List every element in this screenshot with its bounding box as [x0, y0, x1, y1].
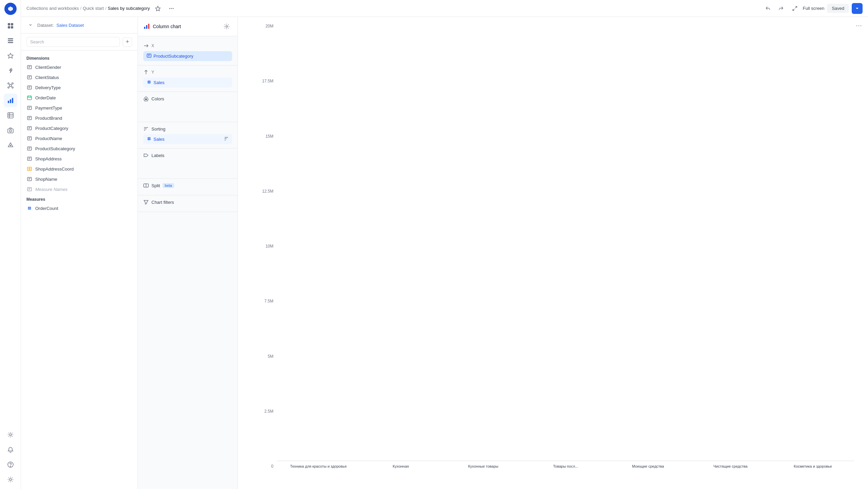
labels-label: Labels: [151, 153, 164, 158]
svg-rect-57: [27, 126, 32, 130]
field-PaymentType[interactable]: PaymentType: [21, 103, 138, 113]
field-OrderCount[interactable]: OrderCount: [21, 203, 138, 213]
y-field-label: Sales: [153, 80, 165, 85]
field-MeasureNames[interactable]: Measure Names: [21, 184, 138, 194]
sorting-field-label: Sales: [153, 137, 165, 142]
more-options-button[interactable]: [166, 3, 177, 14]
field-name: ShopName: [35, 177, 57, 182]
svg-rect-6: [8, 42, 13, 43]
svg-line-14: [11, 84, 12, 85]
field-name: ClientStatus: [35, 75, 59, 80]
svg-rect-17: [8, 101, 9, 103]
chart-bar-icon[interactable]: [4, 94, 17, 107]
saved-button[interactable]: Saved: [827, 4, 849, 13]
chart-type-info: Column chart: [143, 23, 181, 31]
chip-text-icon: [147, 53, 151, 59]
apps-icon[interactable]: [4, 19, 17, 33]
breadcrumb-part1[interactable]: Collections and workbooks: [26, 6, 79, 11]
text-type-icon: [26, 105, 33, 111]
field-ProductCategory[interactable]: ProductCategory: [21, 123, 138, 133]
field-ShopAddress[interactable]: ShopAddress: [21, 154, 138, 164]
svg-rect-63: [27, 147, 32, 150]
bell-icon[interactable]: [4, 443, 17, 456]
field-ClientStatus[interactable]: ClientStatus: [21, 72, 138, 82]
svg-rect-69: [27, 167, 32, 171]
coord-type-icon: [26, 166, 33, 172]
field-ShopAddressCoord[interactable]: ShopAddressCoord: [21, 164, 138, 174]
expand-icon[interactable]: [789, 3, 800, 14]
fields-panel: Dataset: Sales Dataset + Dimensions Clie…: [21, 17, 138, 489]
svg-line-15: [9, 86, 10, 87]
fullscreen-button[interactable]: Full screen: [803, 6, 825, 11]
settings-icon[interactable]: [4, 473, 17, 486]
y-label-10m: 10M: [266, 244, 273, 249]
text-type-icon: [26, 84, 33, 91]
svg-rect-81: [144, 27, 145, 29]
y-axis-section: Y Sales: [138, 65, 237, 92]
text-type-icon: [26, 145, 33, 152]
breadcrumb-part2[interactable]: Quick start: [83, 6, 104, 11]
field-ProductName[interactable]: ProductName: [21, 133, 138, 143]
star-favorite-button[interactable]: [152, 3, 163, 14]
field-name: ProductSubcategory: [35, 146, 75, 151]
help-icon[interactable]: [4, 458, 17, 471]
field-ShopName[interactable]: ShopName: [21, 174, 138, 184]
field-ClientGender[interactable]: ClientGender: [21, 62, 138, 72]
x-label: Техника для красоты и здоровья: [280, 464, 356, 469]
svg-point-70: [29, 168, 30, 170]
bars-grid: [277, 461, 854, 461]
chip-hash-icon: [147, 136, 151, 142]
svg-point-25: [9, 130, 12, 132]
svg-rect-66: [27, 157, 32, 160]
sorting-field-chip[interactable]: Sales: [143, 134, 232, 144]
primary-action-dropdown[interactable]: [852, 3, 863, 14]
star-icon[interactable]: [4, 49, 17, 62]
add-field-button[interactable]: +: [123, 37, 132, 47]
config-scroll: X ProductSubcategory: [138, 36, 237, 489]
field-OrderDate[interactable]: OrderDate: [21, 93, 138, 103]
split-label: Split: [151, 183, 160, 188]
svg-rect-20: [8, 113, 13, 118]
x-label: Моющие средства: [610, 464, 686, 469]
field-ProductSubcategory[interactable]: ProductSubcategory: [21, 143, 138, 154]
table2-icon[interactable]: [4, 109, 17, 122]
shape-icon[interactable]: [4, 138, 17, 152]
text-type-icon: [26, 156, 33, 162]
dataset-label: Dataset:: [37, 23, 54, 28]
svg-rect-2: [8, 26, 10, 28]
colors-label: Colors: [151, 96, 164, 101]
svg-point-9: [8, 83, 9, 84]
split-section: Split beta: [138, 179, 237, 195]
dataset-value[interactable]: Sales Dataset: [56, 23, 84, 28]
connections-icon[interactable]: [4, 79, 17, 92]
field-DeliveryType[interactable]: DeliveryType: [21, 82, 138, 93]
chart-settings-button[interactable]: [221, 21, 232, 32]
search-input[interactable]: [26, 37, 120, 47]
svg-rect-44: [27, 86, 32, 89]
topbar: Collections and workbooks / Quick start …: [21, 0, 868, 17]
y-label-15m: 15M: [266, 134, 273, 139]
svg-rect-1: [11, 23, 13, 25]
chart-filters-section: Chart filters: [138, 195, 237, 212]
svg-point-30: [10, 466, 11, 467]
chart-more-button[interactable]: ⋯: [856, 22, 863, 29]
app-logo[interactable]: [4, 3, 17, 15]
y-field-chip[interactable]: Sales: [143, 78, 232, 87]
redo-button[interactable]: [776, 3, 787, 14]
collapse-dataset-button[interactable]: [26, 21, 35, 29]
camera-icon[interactable]: [4, 123, 17, 137]
text-type-icon: [26, 186, 33, 192]
field-ProductBrand[interactable]: ProductBrand: [21, 113, 138, 123]
text-type-icon: [26, 125, 33, 131]
svg-point-31: [9, 478, 12, 481]
svg-rect-54: [27, 116, 32, 120]
y-label-125m: 12.5M: [262, 189, 273, 194]
breadcrumb-current: Sales by subcategory: [108, 6, 150, 11]
x-field-label: ProductSubcategory: [153, 54, 193, 59]
settings-small-icon[interactable]: [4, 428, 17, 442]
collections-icon[interactable]: [4, 34, 17, 47]
undo-button[interactable]: [762, 3, 773, 14]
x-field-chip[interactable]: ProductSubcategory: [143, 51, 232, 61]
bolt-icon[interactable]: [4, 64, 17, 77]
x-axis-arrow-icon: [143, 43, 149, 48]
